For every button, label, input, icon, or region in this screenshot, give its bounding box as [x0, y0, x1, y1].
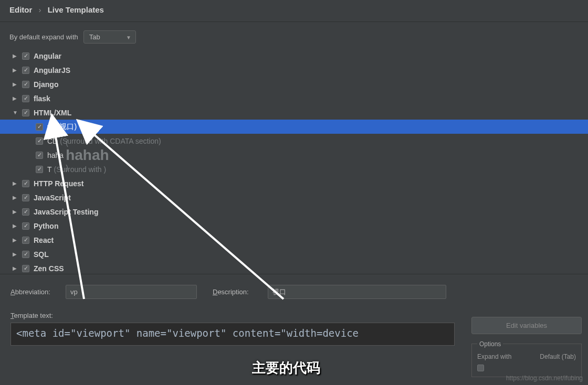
options-box: Options Expand with Default (Tab) [471, 344, 582, 377]
group-label: JavaScript [34, 194, 71, 202]
group-label: React [34, 236, 54, 244]
item-desc: (Surround with ) [54, 165, 107, 174]
options-expand-row: Expand with Default (Tab) [477, 353, 576, 360]
item-abbrev: CD [47, 137, 58, 145]
expand-arrow-icon[interactable]: ▶ [13, 53, 20, 59]
checkbox-icon[interactable] [477, 365, 484, 371]
edit-variables-button[interactable]: Edit variables [471, 317, 582, 334]
expand-arrow-icon[interactable]: ▶ [13, 67, 20, 73]
tree-group[interactable]: ▶✓Django [0, 77, 588, 91]
checkbox-icon[interactable]: ✓ [22, 222, 29, 230]
checkbox-icon[interactable]: ✓ [22, 265, 29, 272]
tree-group[interactable]: ▶✓Angular [0, 49, 588, 63]
abbreviation-input[interactable] [66, 285, 197, 299]
checkbox-icon[interactable]: ✓ [22, 95, 29, 102]
checkbox-icon[interactable]: ✓ [22, 237, 29, 244]
item-abbrev: T [47, 165, 52, 174]
group-label: Django [34, 80, 58, 89]
watermark: https://blog.csdn.net/ifubing [506, 375, 583, 382]
tree-item[interactable]: ✓haha (hahah) [0, 148, 588, 162]
checkbox-icon[interactable]: ✓ [36, 166, 43, 173]
chevron-down-icon: ▼ [126, 34, 131, 40]
expand-arrow-icon[interactable]: ▶ [13, 251, 20, 257]
expand-arrow-icon[interactable]: ▼ [13, 110, 20, 115]
options-title: Options [477, 340, 503, 348]
tree-group[interactable]: ▶✓HTTP Request [0, 176, 588, 190]
options-reformat-row[interactable] [477, 365, 576, 371]
item-abbrev: vp [47, 123, 55, 131]
tree-group[interactable]: ▶✓Zen CSS [0, 261, 588, 274]
chevron-right-icon: › [39, 5, 41, 14]
group-label: flask [34, 94, 50, 103]
template-text-editor[interactable]: <meta id="viewport" name="viewport" cont… [10, 323, 455, 346]
checkbox-icon[interactable]: ✓ [22, 81, 29, 88]
expand-arrow-icon[interactable]: ▶ [13, 265, 20, 271]
form-row: Abbreviation: Description: [10, 285, 578, 299]
item-desc: (视口) [57, 122, 77, 132]
group-label: HTML/XML [34, 109, 71, 117]
item-abbrev: haha [47, 151, 64, 159]
tree-group[interactable]: ▶✓AngularJS [0, 63, 588, 77]
description-input[interactable] [268, 285, 446, 299]
checkbox-icon[interactable]: ✓ [22, 208, 29, 216]
options-expand-label: Expand with [477, 353, 511, 360]
tree-group[interactable]: ▶✓JavaScript Testing [0, 205, 588, 219]
breadcrumb-parent[interactable]: Editor [9, 5, 32, 14]
expand-arrow-icon[interactable]: ▶ [13, 180, 20, 186]
checkbox-icon[interactable]: ✓ [22, 67, 29, 74]
group-label: Python [34, 222, 58, 230]
group-label: JavaScript Testing [34, 208, 98, 216]
tree-group[interactable]: ▶✓React [0, 233, 588, 247]
abbrev-label: Abbreviation: [10, 288, 60, 296]
checkbox-icon[interactable]: ✓ [36, 123, 43, 131]
group-label: AngularJS [34, 66, 70, 74]
expand-arrow-icon[interactable]: ▶ [13, 81, 20, 87]
checkbox-icon[interactable]: ✓ [22, 251, 29, 258]
checkbox-icon[interactable]: ✓ [22, 194, 29, 201]
tree-group[interactable]: ▶✓JavaScript [0, 190, 588, 205]
checkbox-icon[interactable]: ✓ [22, 52, 29, 60]
options-expand-default: Default (Tab) [540, 353, 576, 360]
tree-item[interactable]: ✓vp (视口) [0, 120, 588, 134]
tree-group[interactable]: ▶✓SQL [0, 247, 588, 261]
template-tree[interactable]: ▶✓Angular▶✓AngularJS▶✓Django▶✓flask▼✓HTM… [0, 49, 588, 274]
expand-with-label: By default expand with [9, 33, 78, 41]
checkbox-icon[interactable]: ✓ [22, 109, 29, 116]
expand-arrow-icon[interactable]: ▶ [13, 195, 20, 200]
annotation-overlay: 主要的代码 [252, 359, 320, 377]
tree-group[interactable]: ▶✓Python [0, 219, 588, 233]
checkbox-icon[interactable]: ✓ [36, 137, 43, 145]
expand-with-value: Tab [89, 33, 100, 41]
checkbox-icon[interactable]: ✓ [22, 180, 29, 187]
group-label: Zen CSS [34, 264, 64, 273]
expand-with-select[interactable]: Tab ▼ [83, 30, 136, 44]
breadcrumb: Editor › Live Templates [0, 0, 588, 19]
checkbox-icon[interactable]: ✓ [36, 152, 43, 159]
expand-arrow-icon[interactable]: ▶ [13, 237, 20, 243]
group-label: HTTP Request [34, 179, 83, 188]
expand-arrow-icon[interactable]: ▶ [13, 209, 20, 215]
group-label: Angular [34, 52, 61, 60]
tree-group[interactable]: ▶✓flask [0, 91, 588, 105]
breadcrumb-current: Live Templates [48, 5, 104, 14]
side-panel: Edit variables Options Expand with Defau… [466, 317, 588, 377]
tree-group[interactable]: ▼✓HTML/XML [0, 105, 588, 120]
expand-with-row: By default expand with Tab ▼ [0, 22, 588, 49]
desc-label: Description: [213, 288, 262, 296]
group-label: SQL [34, 250, 49, 259]
expand-arrow-icon[interactable]: ▶ [13, 95, 20, 101]
expand-arrow-icon[interactable]: ▶ [13, 223, 20, 229]
